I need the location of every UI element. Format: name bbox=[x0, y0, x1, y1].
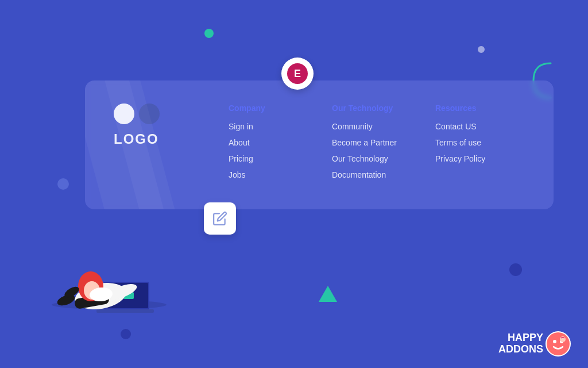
nav-columns: Company Sign in About Pricing Jobs Our T… bbox=[229, 103, 525, 186]
logo-text: LOGO bbox=[114, 131, 159, 147]
svg-point-13 bbox=[547, 332, 570, 355]
logo-icons bbox=[114, 103, 160, 124]
blue-dot-top-right bbox=[478, 46, 485, 53]
nav-column-company: Company Sign in About Pricing Jobs bbox=[229, 103, 303, 186]
nav-link-jobs[interactable]: Jobs bbox=[229, 170, 303, 179]
happy-addons-branding: HAPPY ADDONS bbox=[498, 331, 571, 356]
teal-dot-decoration bbox=[204, 29, 214, 38]
nav-link-contact[interactable]: Contact US bbox=[435, 122, 510, 131]
edit-button[interactable] bbox=[204, 202, 236, 235]
logo-circle-white bbox=[114, 103, 134, 124]
elementor-icon: E bbox=[287, 63, 308, 84]
dark-dot-bottom-left bbox=[121, 329, 131, 339]
nav-link-partner[interactable]: Become a Partner bbox=[332, 138, 407, 147]
footer-card: LOGO Company Sign in About Pricing Jobs … bbox=[85, 80, 554, 209]
page-wrapper: E LOGO Company Sign in About Pricing Job… bbox=[0, 0, 588, 368]
logo-circle-purple bbox=[139, 103, 160, 124]
nav-link-terms[interactable]: Terms of use bbox=[435, 138, 510, 147]
svg-rect-3 bbox=[96, 309, 154, 313]
blue-dot-bottom-right bbox=[509, 263, 522, 276]
svg-point-14 bbox=[553, 340, 556, 343]
edit-icon bbox=[212, 211, 227, 226]
nav-link-privacy[interactable]: Privacy Policy bbox=[435, 154, 510, 163]
company-title: Company bbox=[229, 103, 303, 113]
person-illustration bbox=[34, 207, 184, 322]
logo-section: LOGO bbox=[114, 103, 194, 147]
nav-link-signin[interactable]: Sign in bbox=[229, 122, 303, 131]
nav-link-our-technology[interactable]: Our Technology bbox=[332, 154, 407, 163]
nav-link-community[interactable]: Community bbox=[332, 122, 407, 131]
happy-addons-text: HAPPY ADDONS bbox=[498, 332, 543, 355]
blue-dot-left bbox=[57, 178, 69, 190]
elementor-badge[interactable]: E bbox=[281, 57, 314, 90]
happy-text: HAPPY ADDONS bbox=[498, 332, 543, 355]
nav-column-technology: Our Technology Community Become a Partne… bbox=[332, 103, 407, 186]
nav-link-documentation[interactable]: Documentation bbox=[332, 170, 407, 179]
technology-title: Our Technology bbox=[332, 103, 407, 113]
nav-link-about[interactable]: About bbox=[229, 138, 303, 147]
happy-face-icon bbox=[546, 331, 571, 356]
nav-link-pricing[interactable]: Pricing bbox=[229, 154, 303, 163]
resources-title: Resources bbox=[435, 103, 510, 113]
nav-column-resources: Resources Contact US Terms of use Privac… bbox=[435, 103, 510, 186]
triangle-decoration bbox=[319, 286, 337, 302]
